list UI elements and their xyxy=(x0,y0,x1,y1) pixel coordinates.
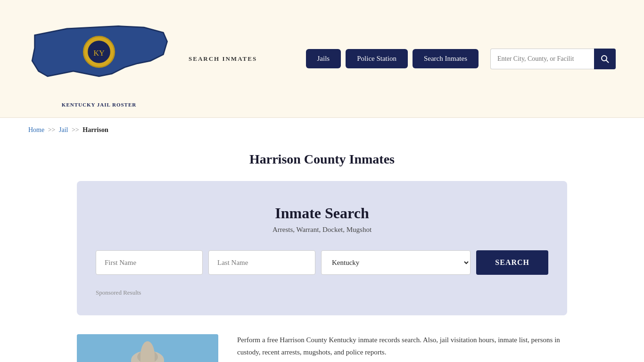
svg-line-4 xyxy=(606,60,609,62)
last-name-input[interactable] xyxy=(208,250,315,275)
site-logo[interactable]: KY KENTUCKY JAIL ROSTER xyxy=(28,9,170,108)
police-station-button[interactable]: Police Station xyxy=(346,49,408,68)
breadcrumb-sep-1: >> xyxy=(48,126,56,133)
inmate-search-form: AlabamaAlaskaArizonaArkansasCaliforniaCo… xyxy=(96,250,548,275)
search-inmates-button[interactable]: Search Inmates xyxy=(413,49,479,68)
courthouse-image xyxy=(77,334,218,362)
page-title-area: Harrison County Inmates xyxy=(77,142,567,181)
header-search-bar xyxy=(490,49,616,69)
search-submit-button[interactable]: SEARCH xyxy=(476,250,548,275)
svg-rect-11 xyxy=(144,347,151,358)
kentucky-map-icon: KY xyxy=(28,9,170,99)
breadcrumb: Home >> Jail >> Harrison xyxy=(0,118,644,142)
search-icon xyxy=(601,55,609,63)
breadcrumb-home[interactable]: Home xyxy=(28,126,44,133)
main-content: Harrison County Inmates Inmate Search Ar… xyxy=(58,142,586,362)
logo-text: KENTUCKY JAIL ROSTER xyxy=(62,101,136,108)
inmate-search-box: Inmate Search Arrests, Warrant, Docket, … xyxy=(77,181,567,315)
bottom-section: Perform a free Harrison County Kentucky … xyxy=(77,334,567,362)
inmate-search-subtitle: Arrests, Warrant, Docket, Mugshot xyxy=(96,226,548,234)
header-search-input[interactable] xyxy=(490,49,594,69)
header-search-button[interactable] xyxy=(594,49,616,69)
description-area: Perform a free Harrison County Kentucky … xyxy=(237,334,567,362)
breadcrumb-sep-2: >> xyxy=(72,126,79,133)
svg-point-12 xyxy=(144,345,151,350)
site-title: SEARCH INMATES xyxy=(189,55,257,63)
svg-rect-5 xyxy=(77,334,218,362)
first-name-input[interactable] xyxy=(96,250,203,275)
svg-text:KY: KY xyxy=(93,49,105,58)
inmate-search-title: Inmate Search xyxy=(96,205,548,222)
site-header: KY KENTUCKY JAIL ROSTER SEARCH INMATES J… xyxy=(0,0,644,118)
breadcrumb-jail[interactable]: Jail xyxy=(59,126,68,133)
page-title: Harrison County Inmates xyxy=(77,152,567,167)
jails-button[interactable]: Jails xyxy=(306,49,341,68)
state-select[interactable]: AlabamaAlaskaArizonaArkansasCaliforniaCo… xyxy=(321,250,471,275)
courthouse-svg xyxy=(77,334,218,362)
main-nav: Jails Police Station Search Inmates xyxy=(306,49,616,69)
description-text: Perform a free Harrison County Kentucky … xyxy=(237,334,567,358)
sponsored-label: Sponsored Results xyxy=(96,289,548,296)
breadcrumb-current: Harrison xyxy=(83,126,108,133)
